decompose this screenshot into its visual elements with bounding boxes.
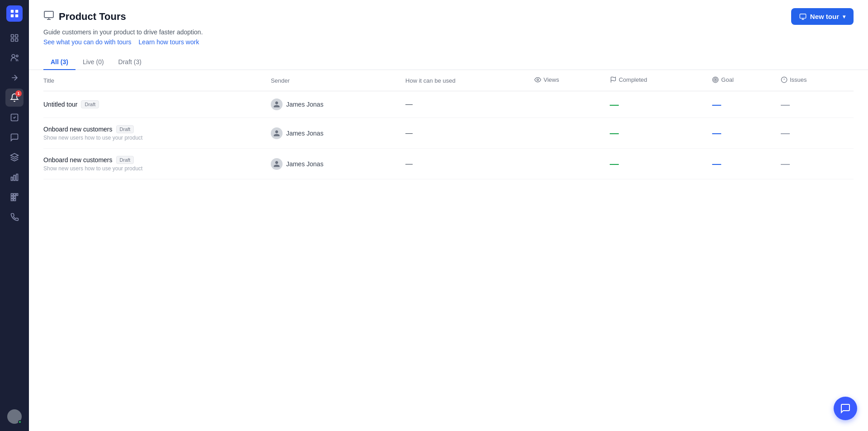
help-links: See what you can do with tours Learn how… [29, 36, 868, 46]
sidebar-bottom [5, 408, 24, 426]
row-sender-cell: James Jonas [265, 91, 400, 118]
tab-all[interactable]: All (3) [43, 55, 75, 70]
svg-rect-21 [14, 199, 15, 201]
svg-point-28 [715, 79, 717, 80]
tours-table-container: Title Sender How it can be used Views [29, 70, 868, 179]
row-completed-cell: — [604, 118, 707, 149]
page-subtitle: Guide customers in your product to drive… [29, 25, 868, 36]
tours-link-1[interactable]: See what you can do with tours [43, 38, 132, 46]
user-avatar [7, 409, 22, 424]
svg-point-9 [16, 55, 18, 57]
draft-badge: Draft [116, 156, 134, 164]
table-row[interactable]: Onboard new customers Draft Show new use… [43, 118, 854, 149]
sidebar-item-bar-chart[interactable] [5, 168, 24, 186]
sidebar-item-layers[interactable] [5, 148, 24, 166]
page-header: Product Tours New tour ▾ [29, 0, 868, 25]
notification-badge: 1 [15, 90, 22, 97]
svg-rect-13 [14, 175, 15, 181]
svg-rect-0 [11, 10, 14, 13]
svg-rect-19 [14, 196, 15, 198]
row-goal-cell: — [707, 149, 775, 179]
row-title-cell: Onboard new customers Draft Show new use… [43, 118, 265, 149]
sidebar-item-users[interactable] [5, 49, 24, 67]
online-indicator [18, 420, 22, 424]
svg-rect-18 [11, 196, 13, 198]
col-sender: Sender [265, 70, 400, 91]
svg-rect-17 [16, 194, 18, 196]
row-views-cell [529, 149, 604, 179]
sender-avatar [271, 127, 283, 139]
tours-table: Title Sender How it can be used Views [43, 70, 854, 179]
svg-point-8 [12, 55, 15, 58]
new-tour-label: New tour [810, 13, 839, 20]
svg-rect-6 [11, 39, 14, 42]
svg-rect-16 [14, 194, 15, 196]
sidebar-item-grid[interactable] [5, 29, 24, 47]
row-title-cell: Onboard new customers Draft Show new use… [43, 149, 265, 179]
col-title: Title [43, 70, 265, 91]
svg-point-24 [537, 79, 539, 81]
sender-avatar [271, 158, 283, 170]
tab-bar: All (3) Live (0) Draft (3) [29, 46, 868, 70]
app-logo[interactable] [6, 5, 23, 22]
main-content: Product Tours New tour ▾ Guide customers… [29, 0, 868, 431]
row-completed-cell: — [604, 91, 707, 118]
sidebar-item-messages[interactable] [5, 128, 24, 146]
col-views: Views [529, 70, 604, 91]
row-goal-cell: — [707, 91, 775, 118]
page-title-text: Product Tours [59, 11, 126, 23]
row-how-used-cell: — [400, 118, 529, 149]
tours-link-2[interactable]: Learn how tours work [139, 38, 199, 46]
tours-icon [43, 10, 54, 23]
row-title-cell: Untitled tour Draft [43, 91, 265, 118]
sender-avatar [271, 98, 283, 110]
sidebar-item-checklist[interactable] [5, 108, 24, 126]
tab-draft[interactable]: Draft (3) [111, 55, 149, 70]
chevron-down-icon: ▾ [843, 14, 845, 20]
chat-button[interactable] [834, 397, 857, 420]
row-issues-cell: — [775, 149, 854, 179]
table-row[interactable]: Onboard new customers Draft Show new use… [43, 149, 854, 179]
draft-badge: Draft [81, 100, 99, 108]
svg-marker-11 [11, 154, 19, 157]
svg-rect-4 [11, 35, 14, 37]
col-issues: Issues [775, 70, 854, 91]
new-tour-button[interactable]: New tour ▾ [791, 8, 854, 25]
page-title: Product Tours [43, 10, 126, 23]
table-body: Untitled tour Draft James Jonas [43, 91, 854, 179]
svg-rect-23 [800, 14, 806, 18]
svg-rect-12 [11, 177, 13, 181]
row-views-cell [529, 91, 604, 118]
table-header-row: Title Sender How it can be used Views [43, 70, 854, 91]
col-goal: Goal [707, 70, 775, 91]
svg-rect-5 [15, 35, 18, 37]
svg-rect-1 [15, 10, 18, 13]
tab-live[interactable]: Live (0) [75, 55, 111, 70]
svg-rect-20 [11, 199, 13, 201]
svg-rect-14 [16, 174, 18, 180]
draft-badge: Draft [116, 125, 134, 133]
row-completed-cell: — [604, 149, 707, 179]
row-issues-cell: — [775, 118, 854, 149]
sidebar-item-notification[interactable] [5, 208, 24, 226]
svg-rect-15 [11, 194, 13, 196]
sidebar-item-avatar[interactable] [5, 408, 24, 426]
table-row[interactable]: Untitled tour Draft James Jonas [43, 91, 854, 118]
sidebar-item-apps[interactable] [5, 188, 24, 206]
row-sender-cell: James Jonas [265, 118, 400, 149]
row-how-used-cell: — [400, 91, 529, 118]
col-completed: Completed [604, 70, 707, 91]
sidebar-item-bell[interactable]: 1 [5, 89, 24, 107]
svg-rect-7 [15, 39, 18, 42]
row-sender-cell: James Jonas [265, 149, 400, 179]
svg-rect-22 [44, 11, 53, 18]
row-how-used-cell: — [400, 149, 529, 179]
sidebar: 1 [0, 0, 29, 431]
col-how-used: How it can be used [400, 70, 529, 91]
svg-rect-3 [15, 14, 18, 17]
row-goal-cell: — [707, 118, 775, 149]
row-issues-cell: — [775, 91, 854, 118]
svg-point-27 [714, 78, 717, 82]
row-views-cell [529, 118, 604, 149]
sidebar-item-flow[interactable] [5, 69, 24, 87]
